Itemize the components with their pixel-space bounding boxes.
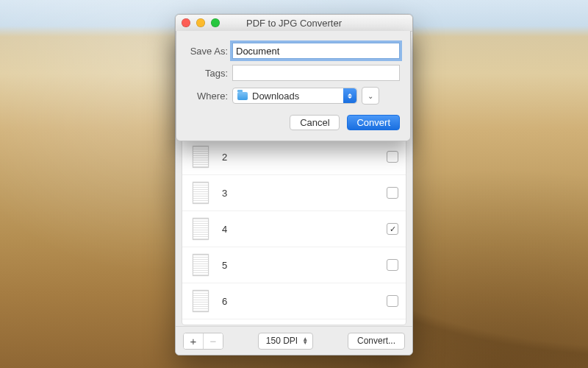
add-remove-segment: + − xyxy=(183,333,223,350)
dpi-value-label: 150 DPI xyxy=(266,336,298,346)
cancel-button[interactable]: Cancel xyxy=(290,115,340,130)
page-number-label: 6 xyxy=(222,296,387,307)
window-controls xyxy=(176,18,220,27)
minimize-window-button[interactable] xyxy=(196,18,205,27)
save-sheet: Save As: Tags: Where: Downloads ⌄ Cancel… xyxy=(176,31,411,141)
page-checkbox[interactable] xyxy=(387,151,398,163)
tags-input[interactable] xyxy=(232,65,400,81)
close-window-button[interactable] xyxy=(182,18,190,27)
page-thumbnail-icon xyxy=(193,146,209,168)
titlebar[interactable]: PDF to JPG Converter xyxy=(176,15,412,32)
page-thumbnail-icon xyxy=(193,290,209,312)
page-checkbox[interactable] xyxy=(387,223,398,235)
page-row[interactable]: 5 xyxy=(182,247,406,283)
expand-sheet-button[interactable]: ⌄ xyxy=(362,87,379,105)
where-label: Where: xyxy=(187,91,228,102)
save-as-label: Save As: xyxy=(187,46,228,57)
page-checkbox[interactable] xyxy=(387,295,398,307)
zoom-window-button[interactable] xyxy=(211,18,220,27)
page-thumbnail-icon xyxy=(193,218,209,240)
save-as-input[interactable] xyxy=(232,43,400,59)
page-row[interactable]: 6 xyxy=(182,283,406,319)
add-page-button[interactable]: + xyxy=(184,333,203,349)
updown-icon: ▲▼ xyxy=(302,337,308,344)
page-row[interactable]: 3 xyxy=(182,175,406,211)
page-number-label: 2 xyxy=(222,152,387,163)
page-thumbnail-icon xyxy=(193,182,209,204)
updown-icon xyxy=(343,88,356,103)
tags-label: Tags: xyxy=(187,68,228,79)
folder-icon xyxy=(237,92,248,100)
where-popup[interactable]: Downloads xyxy=(232,88,357,104)
page-row[interactable]: 2 xyxy=(182,139,406,175)
dpi-popup[interactable]: 150 DPI ▲▼ xyxy=(258,333,313,350)
page-number-label: 5 xyxy=(222,260,387,271)
where-value-label: Downloads xyxy=(252,91,299,102)
convert-confirm-button[interactable]: Convert xyxy=(347,115,400,130)
page-row[interactable]: 4 xyxy=(182,211,406,247)
page-number-label: 4 xyxy=(222,224,387,235)
convert-button[interactable]: Convert... xyxy=(348,333,405,350)
page-thumbnail-icon xyxy=(193,254,209,276)
bottom-toolbar: + − 150 DPI ▲▼ Convert... xyxy=(176,326,412,355)
remove-page-button[interactable]: − xyxy=(203,333,223,349)
page-checkbox[interactable] xyxy=(387,187,398,199)
page-checkbox[interactable] xyxy=(387,259,398,271)
page-number-label: 3 xyxy=(222,188,387,199)
chevron-down-icon: ⌄ xyxy=(368,92,373,100)
